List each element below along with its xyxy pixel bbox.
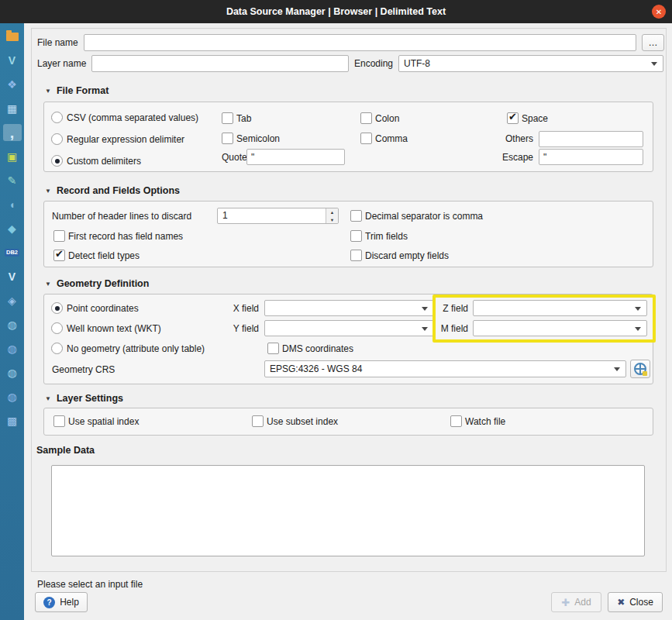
first-record-names-checkbox[interactable] — [53, 230, 65, 242]
close-button-label: Close — [629, 597, 653, 608]
detect-field-types-label: Detect field types — [68, 249, 140, 263]
sample-data-area[interactable] — [51, 465, 645, 556]
mesh-layer-icon: ▦ — [7, 103, 17, 114]
crs-globe-icon — [634, 363, 646, 375]
window-close-button[interactable]: ✕ — [652, 5, 666, 19]
spin-down-icon[interactable]: ▼ — [326, 216, 338, 223]
browse-file-label: … — [649, 37, 658, 48]
sidebar-item-raster[interactable]: ❖ — [3, 76, 22, 93]
regexp-radio[interactable] — [51, 133, 63, 145]
record-options-title: Record and Fields Options — [57, 185, 180, 196]
sidebar-item-spatialite[interactable]: ✎ — [3, 172, 22, 189]
point-coordinates-label: Point coordinates — [67, 301, 139, 315]
detect-field-types-checkbox[interactable] — [53, 250, 65, 261]
sidebar-item-wfs[interactable]: ◍ — [3, 364, 22, 381]
geometry-crs-combo[interactable]: EPSG:4326 - WGS 84 — [264, 360, 626, 377]
sidebar-item-wms[interactable]: ◍ — [3, 316, 22, 333]
header-lines-spinbox[interactable]: 1 ▲ ▼ — [217, 208, 339, 224]
semicolon-checkbox-label: Semicolon — [236, 132, 280, 146]
space-checkbox[interactable] — [507, 112, 519, 124]
folder-icon — [6, 33, 19, 41]
window-title: Data Source Manager | Browser | Delimite… — [226, 6, 446, 17]
z-field-label: Z field — [439, 301, 468, 315]
csv-radio[interactable] — [51, 112, 63, 123]
file-format-section-header[interactable]: ▼ File Format — [45, 84, 109, 98]
help-button[interactable]: ? Help — [35, 592, 88, 612]
tab-checkbox[interactable] — [222, 112, 233, 124]
point-coordinates-radio[interactable] — [51, 302, 63, 314]
close-button[interactable]: ✖ Close — [608, 592, 663, 612]
file-name-input[interactable] — [84, 34, 636, 51]
encoding-value: UTF-8 — [404, 58, 430, 69]
spin-up-icon[interactable]: ▲ — [326, 208, 338, 216]
sidebar-item-postgresql[interactable]: ◖ — [3, 196, 22, 213]
tab-checkbox-label: Tab — [236, 112, 251, 126]
db2-icon: DB2 — [5, 249, 19, 257]
layer-settings-section-header[interactable]: ▼ Layer Settings — [45, 391, 123, 405]
x-field-combo[interactable] — [264, 300, 434, 316]
sidebar-item-db2[interactable]: DB2 — [3, 244, 22, 261]
wkt-radio[interactable] — [51, 322, 63, 334]
add-button[interactable]: ✚ Add — [551, 592, 601, 612]
watch-file-checkbox[interactable] — [450, 415, 462, 427]
trim-fields-checkbox[interactable] — [350, 230, 362, 242]
quote-input[interactable] — [246, 149, 345, 165]
add-icon: ✚ — [561, 597, 570, 608]
semicolon-checkbox[interactable] — [222, 133, 233, 144]
comma-checkbox-label: Comma — [375, 132, 408, 146]
record-options-section-header[interactable]: ▼ Record and Fields Options — [45, 184, 180, 198]
wcs-globe-icon: ◍ — [7, 343, 16, 354]
select-crs-button[interactable] — [630, 360, 650, 378]
use-spatial-index-label: Use spatial index — [68, 415, 139, 429]
discard-empty-fields-checkbox[interactable] — [350, 250, 362, 261]
postgresql-icon: ◖ — [9, 199, 15, 210]
escape-input[interactable] — [539, 149, 643, 165]
add-button-label: Add — [574, 597, 591, 608]
sidebar-item-mesh[interactable]: ▦ — [3, 100, 22, 117]
file-name-label: File name — [37, 36, 78, 50]
sidebar-item-vector-tile[interactable]: ▩ — [3, 412, 22, 429]
vector-layer-icon: V — [9, 55, 16, 66]
geometry-crs-label: Geometry CRS — [52, 363, 115, 377]
discard-empty-fields-label: Discard empty fields — [365, 249, 449, 263]
sidebar-item-sap-hana[interactable]: ◈ — [3, 292, 22, 309]
z-field-combo[interactable] — [473, 300, 647, 316]
sidebar-item-wcs[interactable]: ◍ — [3, 340, 22, 357]
encoding-combo[interactable]: UTF-8 — [398, 55, 663, 72]
colon-checkbox-label: Colon — [375, 112, 399, 126]
space-checkbox-label: Space — [522, 112, 548, 126]
collapse-arrow-icon: ▼ — [45, 188, 51, 195]
trim-fields-label: Trim fields — [365, 229, 408, 243]
no-geometry-radio[interactable] — [51, 343, 63, 354]
others-input[interactable] — [539, 131, 643, 147]
use-spatial-index-checkbox[interactable] — [53, 415, 65, 427]
sidebar-item-virtual-layer[interactable]: V — [3, 268, 22, 285]
spatialite-icon: ✎ — [8, 175, 17, 186]
delimited-text-icon: , — [10, 125, 15, 140]
others-label: Others — [496, 132, 533, 146]
no-geometry-label: No geometry (attribute only table) — [67, 342, 205, 356]
sidebar-item-vector[interactable]: V — [3, 52, 22, 69]
sidebar-item-geopackage[interactable]: ▣ — [3, 148, 22, 165]
comma-checkbox[interactable] — [360, 133, 372, 144]
use-subset-index-checkbox[interactable] — [252, 415, 264, 427]
escape-label: Escape — [496, 150, 533, 164]
sidebar-item-mssql[interactable]: ◆ — [3, 220, 22, 237]
decimal-comma-checkbox[interactable] — [350, 210, 362, 222]
collapse-arrow-icon: ▼ — [45, 88, 51, 95]
layer-name-input[interactable] — [91, 55, 349, 72]
geometry-section-header[interactable]: ▼ Geometry Definition — [45, 277, 149, 291]
watch-file-label: Watch file — [465, 415, 505, 429]
m-field-combo[interactable] — [473, 320, 647, 336]
dms-coordinates-checkbox[interactable] — [267, 343, 279, 354]
sidebar-item-delimited-text[interactable]: , — [3, 124, 22, 141]
y-field-combo[interactable] — [264, 320, 434, 336]
colon-checkbox[interactable] — [360, 112, 372, 124]
wkt-label: Well known text (WKT) — [67, 322, 161, 336]
custom-delimiters-radio[interactable] — [51, 155, 63, 167]
sidebar-item-browser[interactable] — [3, 28, 22, 45]
use-subset-index-label: Use subset index — [267, 415, 338, 429]
help-button-label: Help — [60, 597, 79, 608]
browse-file-button[interactable]: … — [642, 34, 664, 51]
sidebar-item-arcgis-rest[interactable]: ◍ — [3, 388, 22, 405]
